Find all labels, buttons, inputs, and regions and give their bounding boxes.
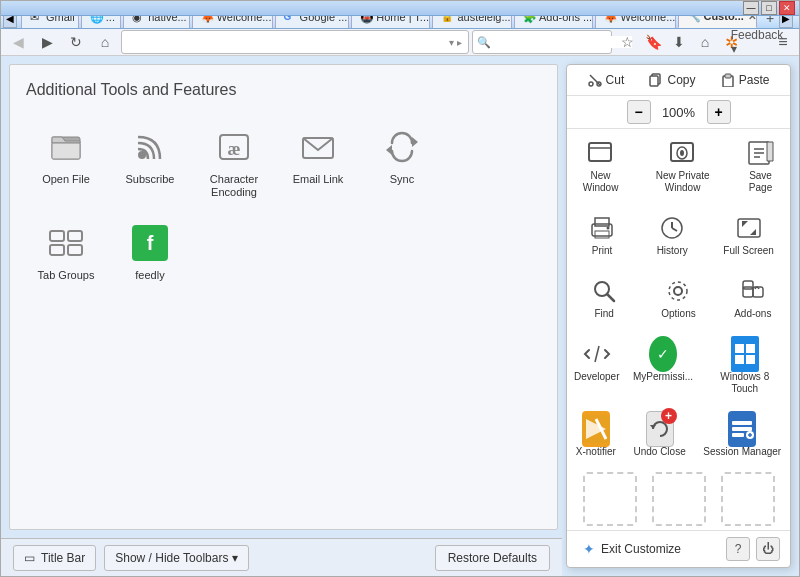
menu-button[interactable]: ≡ — [771, 30, 795, 54]
svg-marker-6 — [412, 137, 418, 147]
char-encoding-label: Character Encoding — [198, 173, 270, 199]
main-area: Additional Tools and Features Open File — [1, 56, 799, 576]
history-button[interactable]: History — [645, 208, 699, 263]
restore-defaults-button[interactable]: Restore Defaults — [435, 545, 550, 571]
tab-bar: ◀ ✉ Gmail 🌐 ... ◉ native... 🦊 Welcome...… — [1, 16, 799, 29]
tab-google[interactable]: G Google ... — [275, 16, 350, 28]
tab-favicon: ◉ — [132, 16, 144, 23]
new-tab-button[interactable]: + — [761, 16, 779, 28]
tool-char-encoding[interactable]: æ Character Encoding — [194, 119, 274, 207]
paste-button[interactable]: Paste — [713, 69, 778, 91]
undoclose-icon-wrapper: + — [646, 415, 674, 443]
tab-addons[interactable]: 🧩 Add-ons ... — [514, 16, 594, 28]
tab-close-icon[interactable]: ✕ — [748, 16, 756, 22]
history-icon — [658, 214, 686, 242]
mypermissions-button[interactable]: ✓ MyPermissi... — [626, 334, 699, 401]
save-page-button[interactable]: Save Page — [731, 133, 790, 200]
close-button[interactable]: ✕ — [779, 1, 795, 15]
back-button[interactable]: ◀ — [5, 29, 31, 55]
win8touch-button[interactable]: Windows 8 Touch — [700, 334, 790, 401]
tab-gmail[interactable]: ✉ Gmail — [21, 16, 79, 28]
zoom-out-button[interactable]: − — [627, 100, 651, 124]
cut-button[interactable]: Cut — [580, 69, 633, 91]
title-bar-button[interactable]: ▭ Title Bar — [13, 545, 96, 571]
home-button[interactable]: ⌂ — [92, 29, 118, 55]
home-nav-icon[interactable]: ⌂ — [693, 30, 717, 54]
fullscreen-icon — [735, 214, 763, 242]
svg-line-39 — [607, 294, 614, 301]
zoom-in-button[interactable]: + — [707, 100, 731, 124]
win8touch-label: Windows 8 Touch — [708, 371, 782, 395]
copy-icon — [649, 73, 663, 87]
new-window-button[interactable]: New Window — [567, 133, 634, 200]
tab-welcome1[interactable]: 🦊 Welcome... — [192, 16, 273, 28]
options-label: Options — [661, 308, 695, 320]
tab-scroll-left[interactable]: ◀ — [3, 16, 17, 28]
tab-native[interactable]: ◉ native... — [123, 16, 189, 28]
tool-sync[interactable]: Sync — [362, 119, 442, 207]
xnotifier-button[interactable]: X-notifier — [568, 409, 624, 464]
tab-aust[interactable]: 🔒 austeleig... — [432, 16, 512, 28]
exit-customize-button[interactable]: ✦ Exit Customize — [577, 537, 687, 561]
menu-row-3: Find Options — [567, 267, 790, 330]
tab-customize[interactable]: 🔧 Custo... ✕ — [678, 16, 757, 28]
tab-favicon: 🔒 — [441, 16, 453, 23]
help-button[interactable]: ? — [726, 537, 750, 561]
new-private-button[interactable]: New Private Window — [634, 133, 731, 200]
print-label: Print — [592, 245, 613, 257]
feedback-button[interactable]: Feedback ▾ — [745, 30, 769, 54]
tab-2[interactable]: 🌐 ... — [81, 16, 121, 28]
tab-home[interactable]: 🚇 Home | T... — [351, 16, 430, 28]
bookmark-icon[interactable]: 🔖 — [641, 30, 665, 54]
menu-row-1: New Window New Private Window — [567, 129, 790, 204]
tab-favicon: 🔧 — [687, 16, 699, 22]
maximize-button[interactable]: □ — [761, 1, 777, 15]
developer-button[interactable]: Developer — [567, 334, 626, 401]
xnotifier-logo — [582, 411, 610, 447]
session-manager-button[interactable]: Session Manager — [695, 409, 789, 464]
new-private-icon — [669, 139, 697, 167]
subscribe-label: Subscribe — [126, 173, 175, 186]
svg-rect-16 — [650, 76, 658, 86]
find-button[interactable]: Find — [577, 271, 631, 326]
tool-subscribe[interactable]: Subscribe — [110, 119, 190, 207]
title-bar: — □ ✕ — [1, 1, 799, 16]
options-button[interactable]: Options — [651, 271, 705, 326]
feedly-icon: f — [130, 223, 170, 263]
addons-button[interactable]: Add-ons — [726, 271, 780, 326]
power-button[interactable]: ⏻ — [756, 537, 780, 561]
tab-scroll-right[interactable]: ▶ — [779, 16, 793, 28]
svg-marker-7 — [386, 145, 392, 155]
undoclose-button[interactable]: + Undo Close — [625, 409, 693, 464]
copy-button[interactable]: Copy — [641, 69, 703, 91]
print-button[interactable]: Print — [575, 208, 629, 263]
fullscreen-button[interactable]: Full Screen — [715, 208, 782, 263]
tab-welcome2[interactable]: 🦊 Welcome... — [595, 16, 676, 28]
minimize-button[interactable]: — — [743, 1, 759, 15]
svg-point-13 — [589, 82, 593, 86]
search-input[interactable] — [494, 36, 632, 48]
zoom-level-display: 100% — [659, 105, 699, 120]
save-page-label: Save Page — [739, 170, 782, 194]
forward-button[interactable]: ▶ — [34, 29, 60, 55]
tool-feedly[interactable]: f feedly — [110, 215, 190, 290]
tool-email-link[interactable]: Email Link — [278, 119, 358, 207]
char-encoding-icon: æ — [214, 127, 254, 167]
search-bar[interactable]: 🔍 — [472, 30, 612, 54]
email-link-label: Email Link — [293, 173, 344, 186]
new-window-icon — [587, 139, 615, 167]
tab-favicon: 🦊 — [604, 16, 616, 23]
address-input[interactable] — [128, 35, 449, 49]
tool-tab-groups[interactable]: Tab Groups — [26, 215, 106, 290]
address-bar[interactable]: ▾ ▸ — [121, 30, 469, 54]
download-icon[interactable]: ⬇ — [667, 30, 691, 54]
bottom-bar: ▭ Title Bar Show / Hide Toolbars ▾ Resto… — [1, 538, 562, 576]
show-hide-toolbars-button[interactable]: Show / Hide Toolbars ▾ — [104, 545, 249, 571]
svg-rect-56 — [732, 427, 752, 431]
bookmarks-star-icon[interactable]: ☆ — [615, 30, 639, 54]
svg-rect-1 — [52, 143, 80, 159]
address-go-indicator: ▾ ▸ — [449, 37, 462, 48]
reload-button[interactable]: ↻ — [63, 29, 89, 55]
svg-rect-49 — [746, 355, 755, 364]
tool-open-file[interactable]: Open File — [26, 119, 106, 207]
